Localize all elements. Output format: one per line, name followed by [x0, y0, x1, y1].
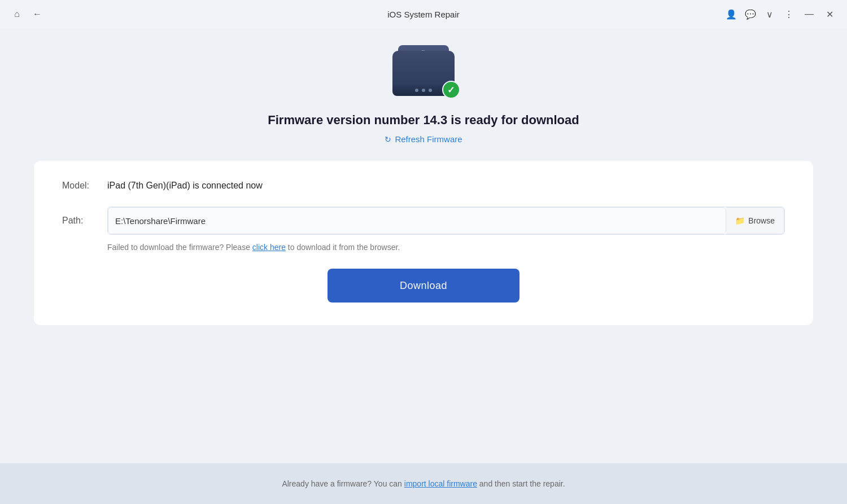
download-btn-wrapper: Download: [62, 269, 785, 303]
download-button[interactable]: Download: [328, 269, 519, 303]
browse-button[interactable]: 📁 Browse: [726, 207, 784, 234]
app-title: iOS System Repair: [387, 10, 460, 19]
model-value: iPad (7th Gen)(iPad) is connected now: [107, 181, 263, 191]
footer-text: Already have a firmware? You can import …: [282, 479, 565, 488]
footer-bar: Already have a firmware? You can import …: [0, 463, 847, 504]
path-row: Path: 📁 Browse: [62, 207, 785, 235]
failed-prefix: Failed to download the firmware? Please: [107, 243, 252, 252]
chevron-down-icon[interactable]: ∨: [764, 8, 775, 20]
device-illustration:  ✓: [387, 45, 460, 102]
refresh-firmware-link[interactable]: ↻ Refresh Firmware: [385, 134, 462, 144]
model-label: Model:: [62, 181, 107, 191]
folder-icon: 📁: [735, 216, 745, 225]
chip-dot-1: [415, 89, 418, 92]
click-here-link[interactable]: click here: [252, 243, 286, 252]
path-input-wrapper: [108, 207, 726, 234]
import-firmware-link[interactable]: import local firmware: [404, 479, 477, 488]
path-label: Path:: [62, 216, 107, 226]
hero-section:  ✓ Firmware version number 14.3 is read…: [268, 45, 579, 144]
footer-prefix: Already have a firmware? You can: [282, 479, 404, 488]
main-content:  ✓ Firmware version number 14.3 is read…: [0, 28, 847, 463]
path-field-group: 📁 Browse: [107, 207, 785, 235]
model-row: Model: iPad (7th Gen)(iPad) is connected…: [62, 181, 785, 191]
chat-icon[interactable]: 💬: [745, 8, 756, 20]
minimize-button[interactable]: —: [802, 8, 816, 20]
chip-dot-3: [429, 89, 432, 92]
check-badge-icon: ✓: [442, 81, 460, 99]
close-button[interactable]: ✕: [824, 8, 836, 21]
refresh-label: Refresh Firmware: [395, 134, 462, 144]
refresh-icon: ↻: [385, 135, 391, 144]
info-card: Model: iPad (7th Gen)(iPad) is connected…: [34, 161, 813, 325]
failed-download-text: Failed to download the firmware? Please …: [107, 243, 785, 252]
firmware-ready-title: Firmware version number 14.3 is ready fo…: [268, 113, 579, 128]
chip-dot-2: [422, 89, 425, 92]
failed-suffix: to download it from the browser.: [286, 243, 400, 252]
footer-suffix: and then start the repair.: [477, 479, 565, 488]
back-icon[interactable]: ←: [32, 8, 43, 20]
user-icon[interactable]: 👤: [726, 8, 737, 20]
title-bar-right: 👤 💬 ∨ ⋮ — ✕: [726, 8, 836, 21]
menu-icon[interactable]: ⋮: [783, 8, 794, 20]
path-input[interactable]: [115, 216, 719, 226]
title-bar: ⌂ ← iOS System Repair 👤 💬 ∨ ⋮ — ✕: [0, 0, 847, 28]
browse-label: Browse: [748, 216, 775, 225]
title-bar-left: ⌂ ←: [11, 8, 43, 20]
home-icon[interactable]: ⌂: [11, 8, 23, 20]
